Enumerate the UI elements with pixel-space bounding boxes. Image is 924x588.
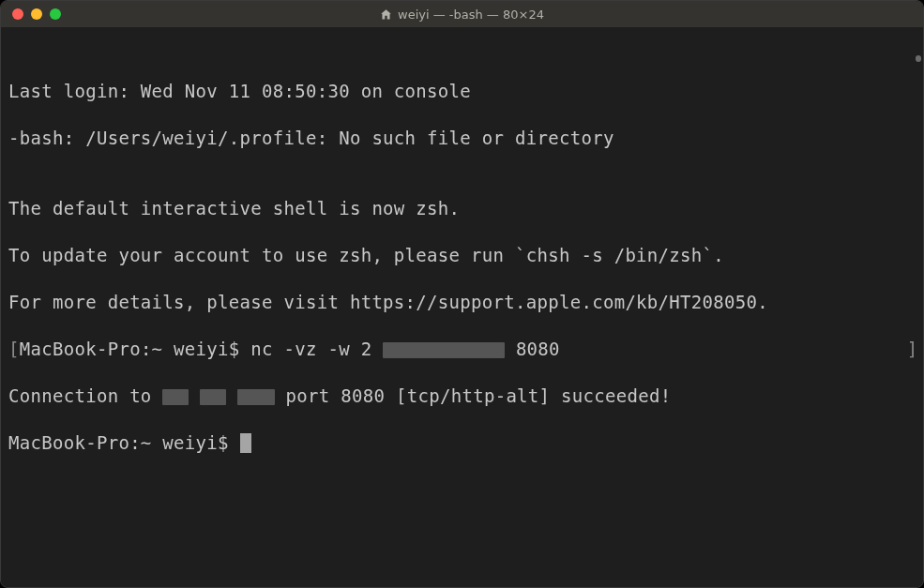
redacted-ip — [237, 389, 275, 405]
scrollbar[interactable] — [916, 55, 921, 62]
titlebar[interactable]: weiyi — -bash — 80×24 — [1, 1, 923, 27]
bracket-icon: ] — [907, 339, 918, 359]
redacted-ip — [383, 342, 505, 358]
prompt-text: MacBook-Pro:~ weiyi$ nc -vz -w 2 — [20, 339, 383, 359]
result-text: Connection to — [8, 385, 162, 406]
bracket-icon: [ — [8, 339, 20, 359]
terminal-window: weiyi — -bash — 80×24 Last login: Wed No… — [0, 0, 924, 588]
redacted-ip — [162, 389, 189, 405]
traffic-lights — [1, 8, 61, 20]
command-tail: 8080 — [505, 339, 560, 359]
prompt-text: MacBook-Pro:~ weiyi$ — [8, 432, 240, 453]
home-icon — [380, 8, 392, 21]
output-line: Connection to port 8080 [tcp/http-alt] s… — [8, 384, 917, 408]
output-line: -bash: /Users/weiyi/.profile: No such fi… — [8, 127, 917, 150]
terminal-body[interactable]: Last login: Wed Nov 11 08:50:30 on conso… — [1, 27, 923, 587]
window-title: weiyi — -bash — 80×24 — [398, 8, 544, 22]
result-tail: port 8080 [tcp/http-alt] succeeded! — [275, 385, 672, 406]
output-line: Last login: Wed Nov 11 08:50:30 on conso… — [8, 80, 917, 103]
redacted-ip — [200, 389, 226, 405]
maximize-button[interactable] — [50, 8, 61, 20]
cursor — [240, 433, 251, 453]
output-line: To update your account to use zsh, pleas… — [8, 244, 917, 267]
title-wrap: weiyi — -bash — 80×24 — [1, 8, 923, 22]
minimize-button[interactable] — [31, 8, 42, 20]
close-button[interactable] — [12, 8, 23, 20]
command-line: [MacBook-Pro:~ weiyi$ nc -vz -w 2 8080] — [8, 338, 917, 361]
output-line: The default interactive shell is now zsh… — [8, 197, 917, 220]
prompt-line: MacBook-Pro:~ weiyi$ — [8, 431, 917, 455]
output-line: For more details, please visit https://s… — [8, 291, 917, 314]
